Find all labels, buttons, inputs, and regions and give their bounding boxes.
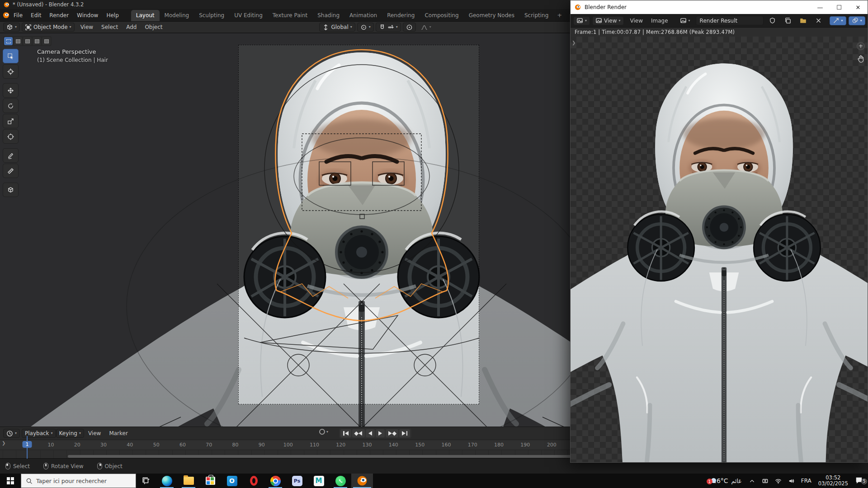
mode-label: Object Mode [33,24,68,30]
tab-scripting[interactable]: Scripting [519,10,553,21]
tool-add-cube[interactable] [3,183,19,197]
cast-tray-icon[interactable] [759,474,772,488]
jump-to-start-button[interactable] [340,429,351,437]
add-workspace-button[interactable]: + [553,10,566,20]
timeline-editor-dropdown[interactable]: ▾ [3,429,20,438]
image-menu-image[interactable]: Image [647,16,672,25]
menu-item-edit[interactable]: Edit [27,11,45,20]
viewport-menu-view[interactable]: View [76,23,97,32]
task-view-button[interactable] [136,474,156,488]
open-image-button[interactable] [797,16,810,25]
tool-annotate[interactable] [3,148,19,163]
proportional-editing-toggle[interactable] [403,23,416,32]
tool-select-box[interactable] [3,49,19,63]
mode-dropdown[interactable]: Object Mode ▾ [22,23,75,32]
duplicate-image-button[interactable] [781,16,794,25]
weather-widget[interactable]: 1 16°C غائم [705,477,745,484]
fake-user-button[interactable] [766,16,779,25]
pivot-dropdown[interactable]: ▾ [357,23,374,32]
close-button[interactable]: ✕ [849,0,868,14]
gizmos-toggle[interactable]: ▾ [830,16,846,25]
orientation-dropdown[interactable]: Global ▾ [319,23,355,32]
timeline-scrollbar[interactable] [68,455,592,458]
snap-toggle[interactable]: ▾ [376,23,401,32]
taskbar-app-whatsapp[interactable] [330,474,351,488]
pan-hand-icon[interactable] [857,55,865,63]
tool-scale[interactable] [3,114,19,128]
tab-sculpting[interactable]: Sculpting [194,10,229,21]
tab-geometry-nodes[interactable]: Geometry Nodes [464,10,519,21]
tab-rendering[interactable]: Rendering [382,10,420,21]
overlays-toggle[interactable]: ▾ [849,16,865,25]
image-menu-view[interactable]: View [626,16,647,25]
taskbar-app-photoshop[interactable]: Ps [286,474,308,488]
taskbar-app-opera[interactable] [243,474,264,488]
magnet-icon [379,24,386,31]
unlink-image-button[interactable] [812,16,825,25]
wifi-tray-icon[interactable] [772,474,785,488]
jump-to-end-button[interactable] [399,429,410,437]
display-mode-dropdown[interactable]: View ▾ [592,16,624,25]
tool-transform[interactable] [3,129,19,144]
tab-layout[interactable]: Layout [131,10,160,21]
editor-type-dropdown[interactable]: ▾ [573,16,590,25]
tab-texture-paint[interactable]: Texture Paint [268,10,312,21]
viewport-menu-add[interactable]: Add [122,23,141,32]
add-cube-icon [7,187,14,193]
clock-widget[interactable]: 03:52 03/02/2025 [815,475,852,487]
minimize-button[interactable]: — [811,0,830,14]
taskbar-app-chrome[interactable] [264,474,286,488]
taskbar-app-maya[interactable]: M [308,474,330,488]
select-mode-select-intersect[interactable] [42,37,51,45]
tool-rotate[interactable] [3,99,19,113]
menu-item-file[interactable]: File [9,11,27,20]
tool-cursor[interactable] [3,64,19,79]
current-frame-badge[interactable]: 1 [23,441,32,448]
tab-modeling[interactable]: Modeling [160,10,194,21]
taskbar-app-edge[interactable] [156,474,178,488]
auto-keying-toggle[interactable]: ▾ [319,429,328,435]
select-mode-select-extend[interactable] [23,37,32,45]
timeline-menu-marker[interactable]: Marker [105,429,132,438]
timeline-menu-keying[interactable]: Keying ▾ [56,429,84,438]
tray-overflow-button[interactable] [745,474,759,488]
maximize-button[interactable]: ☐ [830,0,849,14]
start-button[interactable] [0,474,21,488]
viewport-menu-object[interactable]: Object [141,23,166,32]
taskbar-app-outlook[interactable]: O [221,474,243,488]
search-input[interactable]: Taper ici pour rechercher [21,474,136,488]
zoom-gizmo-icon[interactable]: + [857,42,865,50]
select-mode-select-new[interactable] [14,37,22,45]
tab-animation[interactable]: Animation [344,10,382,21]
language-indicator[interactable]: FRA [798,474,815,488]
menu-item-help[interactable]: Help [102,11,123,20]
next-keyframe-button[interactable] [386,429,398,437]
browse-image-dropdown[interactable]: ▾ [677,16,693,25]
select-mode-select-subtract[interactable] [33,37,41,45]
select-mode-tweak[interactable] [4,37,13,45]
tab-compositing[interactable]: Compositing [420,10,463,21]
volume-tray-icon[interactable] [785,474,798,488]
viewport-menu-select[interactable]: Select [97,23,122,32]
notification-center-button[interactable]: 5 [852,476,868,486]
editor-type-dropdown[interactable]: ▾ [3,23,20,32]
menu-item-window[interactable]: Window [73,11,102,20]
play-reverse-button[interactable] [366,429,375,437]
tool-move[interactable] [3,83,19,98]
taskbar-app-explorer[interactable] [178,474,199,488]
play-button[interactable] [376,429,385,437]
menu-item-render[interactable]: Render [45,11,73,20]
falloff-dropdown[interactable]: ▾ [418,23,434,32]
taskbar-app-blender[interactable] [351,474,373,488]
tool-measure[interactable] [3,164,19,178]
tab-shading[interactable]: Shading [312,10,344,21]
timeline-menu-view[interactable]: View [84,429,105,438]
timeline-expand-arrow[interactable]: ❯ [2,441,5,446]
render-result-image[interactable]: ❯ + [571,37,868,462]
render-titlebar[interactable]: Blender Render — ☐ ✕ [571,0,868,14]
region-toggle-arrow[interactable]: ❯ [572,40,576,45]
image-name-chip[interactable]: Render Result [696,16,764,25]
taskbar-app-store[interactable] [199,474,221,488]
prev-keyframe-button[interactable] [352,429,365,437]
tab-uv-editing[interactable]: UV Editing [229,10,268,21]
